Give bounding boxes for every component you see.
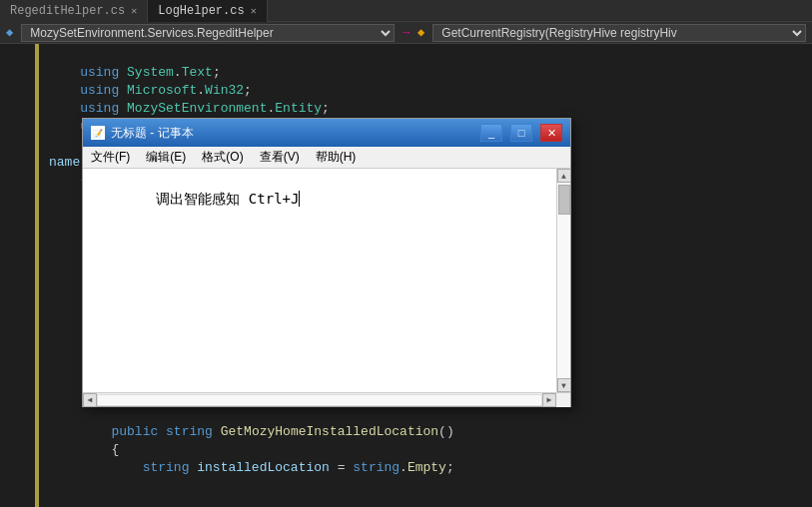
notepad-textarea[interactable]: 调出智能感知 Ctrl+J bbox=[83, 169, 556, 392]
notepad-minimize-button[interactable]: _ bbox=[480, 124, 502, 142]
address-dropdown-left[interactable]: MozySetEnvironment.Services.RegeditHelpe… bbox=[21, 24, 395, 42]
maximize-icon: □ bbox=[518, 127, 525, 139]
notepad-window[interactable]: 📝 无标题 - 记事本 _ □ ✕ 文件(F) 编辑(E) 格式(O) bbox=[82, 118, 571, 407]
tab-close-regedit[interactable]: ✕ bbox=[131, 5, 137, 17]
scrollbar-right-button[interactable]: ▶ bbox=[542, 393, 556, 407]
address-icon-right: ◆ bbox=[417, 25, 424, 40]
notepad-body: 调出智能感知 Ctrl+J ▲ ▼ bbox=[83, 169, 570, 392]
minimize-icon: _ bbox=[488, 127, 494, 139]
notepad-scrollbar-horizontal[interactable]: ◀ ▶ bbox=[83, 392, 570, 406]
code-line: using MozySetEnvironment.Entity; bbox=[49, 100, 812, 118]
notepad-close-button[interactable]: ✕ bbox=[540, 124, 562, 142]
code-line: { bbox=[49, 441, 812, 459]
menu-format[interactable]: 格式(O) bbox=[194, 147, 251, 169]
menu-view-label: 查看(V) bbox=[260, 149, 300, 166]
menu-view[interactable]: 查看(V) bbox=[252, 147, 308, 169]
tab-label-regedit: RegeditHelper.cs bbox=[10, 4, 125, 18]
notepad-content: 调出智能感知 Ctrl+J bbox=[156, 191, 299, 207]
notepad-app-icon: 📝 bbox=[91, 126, 105, 140]
address-dropdown-right[interactable]: GetCurrentRegistry(RegistryHive registry… bbox=[432, 24, 806, 42]
tab-bar: RegeditHelper.cs ✕ LogHelper.cs ✕ bbox=[0, 0, 812, 22]
menu-help[interactable]: 帮助(H) bbox=[308, 147, 365, 169]
menu-format-label: 格式(O) bbox=[202, 149, 243, 166]
scrollbar-corner bbox=[556, 393, 570, 407]
code-line bbox=[49, 405, 812, 423]
notepad-menubar: 文件(F) 编辑(E) 格式(O) 查看(V) 帮助(H) bbox=[83, 147, 570, 169]
scrollbar-down-button[interactable]: ▼ bbox=[557, 378, 571, 392]
scrollbar-left-button[interactable]: ◀ bbox=[83, 393, 97, 407]
address-icon: ◆ bbox=[6, 25, 13, 40]
address-separator: → bbox=[403, 26, 409, 40]
tab-regedithelper[interactable]: RegeditHelper.cs ✕ bbox=[0, 0, 148, 22]
address-bar: ◆ MozySetEnvironment.Services.RegeditHel… bbox=[0, 22, 812, 44]
menu-help-label: 帮助(H) bbox=[316, 149, 357, 166]
code-line: using Microsoft.Win32; bbox=[49, 82, 812, 100]
code-line: using System.Text; bbox=[49, 64, 812, 82]
code-line: string installedLocation = string.Empty; bbox=[49, 459, 812, 477]
notepad-titlebar: 📝 无标题 - 记事本 _ □ ✕ bbox=[83, 119, 570, 147]
tab-loghelper[interactable]: LogHelper.cs ✕ bbox=[148, 0, 267, 22]
code-editor: RegeditHelper.cs ✕ LogHelper.cs ✕ ◆ Mozy… bbox=[0, 0, 812, 507]
notepad-title: 无标题 - 记事本 bbox=[111, 125, 472, 142]
tab-label-log: LogHelper.cs bbox=[158, 4, 244, 18]
menu-file[interactable]: 文件(F) bbox=[83, 147, 138, 169]
notepad-maximize-button[interactable]: □ bbox=[510, 124, 532, 142]
tab-close-log[interactable]: ✕ bbox=[251, 5, 257, 17]
scrollbar-thumb[interactable] bbox=[558, 185, 570, 215]
menu-edit-label: 编辑(E) bbox=[146, 149, 186, 166]
scrollbar-up-button[interactable]: ▲ bbox=[557, 169, 571, 183]
notepad-scrollbar-vertical[interactable]: ▲ ▼ bbox=[556, 169, 570, 392]
scrollbar-track[interactable] bbox=[557, 183, 571, 378]
close-icon: ✕ bbox=[547, 127, 556, 140]
text-cursor bbox=[299, 191, 300, 207]
code-line: public string GetMozyHomeInstalledLocati… bbox=[49, 423, 812, 441]
scrollbar-h-track[interactable] bbox=[97, 394, 542, 406]
menu-file-label: 文件(F) bbox=[91, 149, 130, 166]
menu-edit[interactable]: 编辑(E) bbox=[138, 147, 194, 169]
code-line bbox=[49, 46, 812, 64]
